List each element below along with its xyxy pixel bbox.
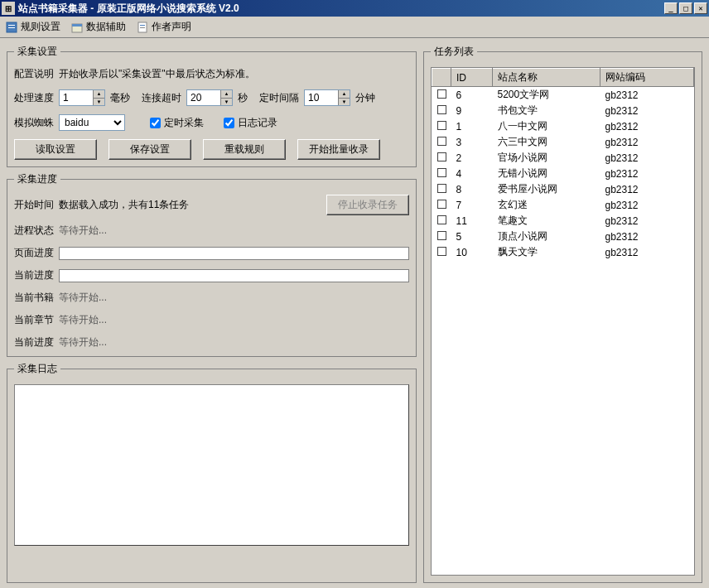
col-check[interactable] [432, 69, 451, 87]
cell-id: 11 [451, 213, 493, 229]
table-row[interactable]: 65200文学网gb2312 [432, 87, 694, 104]
table-row[interactable]: 10飘天文学gb2312 [432, 244, 694, 260]
col-id[interactable]: ID [451, 69, 493, 87]
table-row[interactable]: 3六三中文网gb2312 [432, 134, 694, 150]
close-button[interactable]: ✕ [694, 2, 707, 14]
cell-name: 玄幻迷 [493, 197, 600, 213]
log-record-checkbox[interactable]: 日志记录 [224, 116, 277, 130]
cell-name: 六三中文网 [493, 134, 600, 150]
row-checkbox[interactable] [437, 184, 446, 193]
svg-rect-4 [72, 24, 82, 27]
toolbar-rules[interactable]: 规则设置 [5, 20, 60, 34]
interval-unit: 分钟 [355, 91, 375, 105]
row-checkbox[interactable] [437, 105, 446, 114]
speed-input[interactable]: ▲▼ [59, 89, 105, 106]
row-checkbox[interactable] [437, 89, 446, 99]
spider-select[interactable]: baidu [59, 114, 125, 131]
timed-collect-checkbox[interactable]: 定时采集 [150, 116, 204, 130]
cell-id: 6 [451, 87, 493, 104]
cell-name: 笔趣文 [493, 213, 600, 229]
current-progress-bar [59, 269, 409, 282]
timeout-label: 连接超时 [142, 91, 181, 105]
timeout-unit: 秒 [238, 91, 248, 105]
curr-book-label: 当前书籍 [14, 291, 54, 305]
cell-encoding: gb2312 [600, 166, 694, 181]
row-checkbox[interactable] [437, 231, 446, 240]
table-row[interactable]: 11笔趣文gb2312 [432, 213, 694, 229]
curr-chap-label: 当前章节 [14, 313, 54, 327]
row-checkbox[interactable] [437, 137, 446, 146]
log-textarea[interactable] [14, 384, 409, 546]
toolbar-author[interactable]: 作者声明 [136, 20, 191, 34]
task-list-group: 任务列表 ID 站点名称 网站编码 65200文学网gb23129书包文学gb2… [423, 45, 702, 583]
toolbar-author-label: 作者声明 [152, 20, 191, 34]
read-settings-button[interactable]: 读取设置 [14, 139, 97, 160]
row-checkbox[interactable] [437, 200, 446, 209]
rules-icon [5, 21, 18, 34]
cell-id: 8 [451, 181, 493, 197]
cell-name: 爱书屋小说网 [493, 181, 600, 197]
table-row[interactable]: 2官场小说网gb2312 [432, 150, 694, 166]
cell-encoding: gb2312 [600, 229, 694, 244]
cell-id: 3 [451, 134, 493, 150]
minimize-button[interactable]: _ [664, 2, 678, 14]
toolbar-data-label: 数据辅助 [86, 20, 126, 34]
row-checkbox[interactable] [437, 121, 446, 130]
cell-name: 顶点小说网 [493, 229, 600, 244]
table-row[interactable]: 7玄幻迷gb2312 [432, 197, 694, 213]
data-icon [70, 21, 84, 34]
spin-down-icon[interactable]: ▼ [93, 99, 104, 106]
proc-state-value: 等待开始... [59, 224, 107, 238]
toolbar-data[interactable]: 数据辅助 [70, 20, 126, 34]
log-legend: 采集日志 [14, 362, 60, 376]
row-checkbox[interactable] [437, 152, 446, 161]
start-batch-button[interactable]: 开始批量收录 [297, 139, 380, 160]
spider-label: 模拟蜘蛛 [14, 116, 54, 130]
app-icon: ⊞ [2, 2, 15, 15]
cell-id: 4 [451, 166, 493, 181]
progress-group: 采集进度 开始时间 数据载入成功，共有11条任务 停止收录任务 进程状态 等待开… [7, 172, 417, 357]
cell-name: 书包文学 [493, 103, 600, 118]
table-row[interactable]: 5顶点小说网gb2312 [432, 229, 694, 244]
svg-rect-7 [140, 27, 145, 28]
collect-settings-group: 采集设置 配置说明 开始收录后以"采集设置"中最后状态为标准。 处理速度 ▲▼ … [7, 45, 417, 167]
cell-name: 官场小说网 [493, 150, 600, 166]
cell-id: 10 [451, 244, 493, 260]
task-legend: 任务列表 [431, 45, 477, 59]
speed-label: 处理速度 [14, 91, 54, 105]
row-checkbox[interactable] [437, 168, 446, 177]
spin-up-icon[interactable]: ▲ [220, 90, 232, 99]
config-text: 开始收录后以"采集设置"中最后状态为标准。 [59, 67, 255, 81]
author-icon [136, 21, 149, 34]
table-row[interactable]: 1八一中文网gb2312 [432, 118, 694, 134]
window-titlebar: ⊞ 站点书籍采集器 - 原装正版网络小说搜索系统 V2.0 _ □ ✕ [0, 0, 709, 17]
cell-encoding: gb2312 [600, 213, 694, 229]
cell-name: 5200文学网 [493, 87, 600, 104]
timeout-input[interactable]: ▲▼ [186, 89, 233, 106]
table-row[interactable]: 8爱书屋小说网gb2312 [432, 181, 694, 197]
start-time-value: 数据载入成功，共有11条任务 [59, 198, 321, 212]
spin-up-icon[interactable]: ▲ [338, 90, 350, 99]
row-checkbox[interactable] [437, 247, 446, 256]
col-encoding[interactable]: 网站编码 [600, 69, 694, 87]
cell-encoding: gb2312 [600, 118, 694, 134]
col-name[interactable]: 站点名称 [493, 69, 600, 87]
spin-down-icon[interactable]: ▼ [220, 99, 232, 106]
reload-rules-button[interactable]: 重载规则 [203, 139, 286, 160]
curr-book-value: 等待开始... [59, 291, 107, 305]
table-row[interactable]: 9书包文学gb2312 [432, 103, 694, 118]
task-list[interactable]: ID 站点名称 网站编码 65200文学网gb23129书包文学gb23121八… [431, 67, 695, 576]
interval-label: 定时间隔 [259, 91, 299, 105]
spin-down-icon[interactable]: ▼ [338, 99, 350, 106]
start-time-label: 开始时间 [14, 198, 54, 212]
cell-encoding: gb2312 [600, 87, 694, 104]
table-row[interactable]: 4无错小说网gb2312 [432, 166, 694, 181]
save-settings-button[interactable]: 保存设置 [109, 139, 191, 160]
cell-encoding: gb2312 [600, 197, 694, 213]
spin-up-icon[interactable]: ▲ [93, 90, 104, 99]
row-checkbox[interactable] [437, 215, 446, 224]
stop-button: 停止收录任务 [326, 195, 409, 215]
cell-id: 1 [451, 118, 493, 134]
interval-input[interactable]: ▲▼ [304, 89, 350, 106]
maximize-button[interactable]: □ [679, 2, 692, 14]
